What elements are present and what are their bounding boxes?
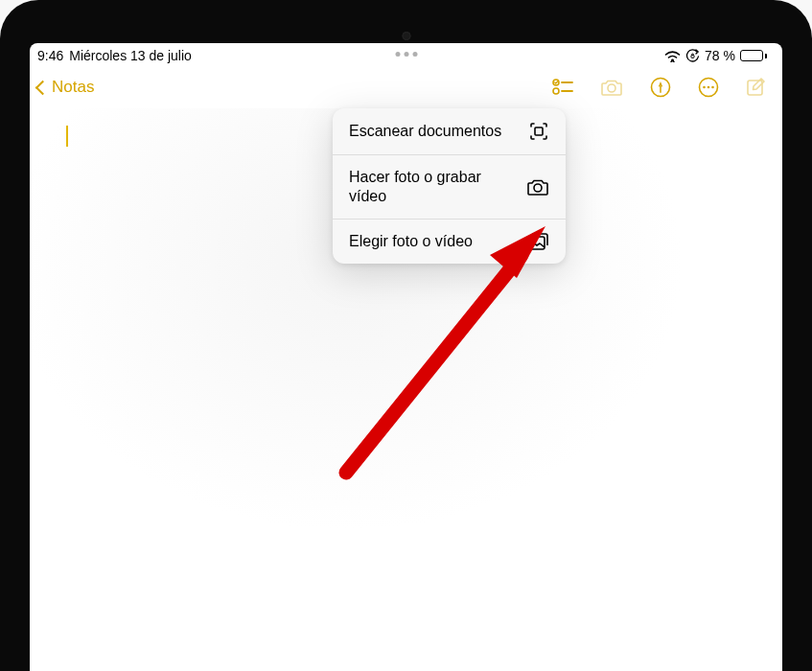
svg-point-10 — [708, 86, 710, 89]
svg-point-9 — [703, 86, 706, 89]
svg-rect-1 — [691, 55, 694, 58]
battery-percent: 78 % — [705, 48, 735, 63]
ipad-frame: 9:46 Miércoles 13 de julio — [0, 0, 812, 671]
status-time: 9:46 — [37, 48, 63, 63]
camera-action-menu: Escanear documentos Hacer foto o grabar … — [333, 108, 566, 264]
menu-item-scan-documents[interactable]: Escanear documentos — [333, 108, 566, 155]
toolbar — [552, 77, 767, 98]
scan-icon — [528, 121, 549, 142]
svg-point-0 — [671, 58, 674, 61]
compose-icon[interactable] — [746, 77, 767, 98]
chevron-left-icon — [35, 80, 51, 95]
navigation-bar: Notas — [30, 66, 782, 108]
wifi-icon — [664, 50, 681, 62]
menu-item-take-photo-video[interactable]: Hacer foto o grabar vídeo — [333, 155, 566, 220]
svg-line-17 — [346, 255, 522, 473]
front-camera — [402, 32, 410, 40]
battery-icon — [740, 50, 767, 61]
camera-icon — [526, 177, 549, 197]
checklist-icon[interactable] — [552, 78, 573, 97]
svg-point-4 — [553, 88, 559, 94]
back-button[interactable]: Notas — [37, 78, 94, 97]
multitask-indicator[interactable] — [395, 52, 417, 57]
back-label: Notas — [52, 78, 94, 97]
svg-point-14 — [534, 184, 542, 192]
svg-point-11 — [711, 86, 714, 89]
status-date: Miércoles 13 de julio — [69, 48, 192, 63]
camera-icon[interactable] — [600, 78, 623, 97]
markup-icon[interactable] — [650, 77, 671, 98]
svg-rect-12 — [748, 81, 762, 95]
note-content[interactable]: Escanear documentos Hacer foto o grabar … — [30, 108, 782, 669]
screen: 9:46 Miércoles 13 de julio — [30, 43, 782, 671]
svg-rect-15 — [528, 237, 545, 249]
status-left: 9:46 Miércoles 13 de julio — [37, 48, 192, 63]
svg-rect-13 — [535, 127, 543, 135]
menu-item-label: Elegir foto o vídeo — [349, 232, 473, 251]
orientation-lock-icon — [685, 49, 700, 63]
status-bar: 9:46 Miércoles 13 de julio — [30, 43, 782, 66]
more-icon[interactable] — [698, 77, 719, 98]
menu-item-label: Escanear documentos — [349, 122, 501, 141]
svg-point-6 — [608, 84, 615, 92]
menu-item-label: Hacer foto o grabar vídeo — [349, 168, 502, 206]
gallery-icon — [526, 232, 549, 251]
menu-item-choose-photo-video[interactable]: Elegir foto o vídeo — [333, 220, 566, 264]
text-cursor — [66, 126, 68, 147]
status-right: 78 % — [664, 48, 767, 63]
